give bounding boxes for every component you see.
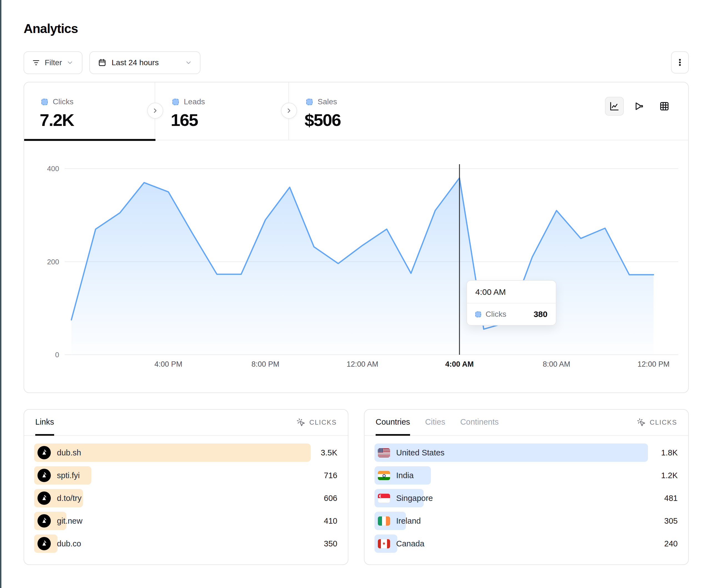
country-row[interactable]: Singapore 481 (374, 489, 678, 507)
singapore-flag-icon (378, 494, 390, 503)
filter-icon (32, 59, 40, 67)
more-options-button[interactable] (671, 51, 689, 73)
cursor-click-icon (637, 418, 646, 427)
dub-logo-icon (38, 537, 51, 550)
chevron-right-icon (152, 107, 159, 114)
expand-leads-button[interactable] (147, 103, 163, 119)
countries-panel: Countries Cities Continents CLICKS Unite… (364, 409, 689, 565)
analytics-card: Clicks 7.2K Leads 165 Sales $506 (24, 82, 689, 393)
tab-cities[interactable]: Cities (425, 410, 445, 436)
link-label: dub.co (57, 539, 81, 548)
leads-stat-value: 165 (171, 110, 288, 130)
country-row[interactable]: Ireland 305 (374, 512, 678, 530)
date-range-selector[interactable]: Last 24 hours (89, 51, 200, 74)
link-clicks-value: 606 (324, 494, 338, 503)
line-chart-icon (609, 101, 620, 112)
grid-icon (659, 101, 670, 112)
sidebar-edge (0, 0, 1, 588)
svg-text:4:00 AM: 4:00 AM (445, 360, 474, 368)
stat-tabs-row: Clicks 7.2K Leads 165 Sales $506 (24, 82, 688, 140)
clicks-time-series-chart[interactable]: 02004004:00 PM8:00 PM12:00 AM4:00 AM8:00… (24, 156, 688, 375)
stat-tab-clicks[interactable]: Clicks 7.2K (24, 82, 155, 140)
country-row[interactable]: India 1.2K (374, 466, 678, 484)
chevron-down-icon (66, 59, 73, 66)
country-row[interactable]: United States 1.8K (374, 444, 678, 462)
tooltip-series-label: Clicks (486, 310, 507, 319)
canada-flag-icon (378, 539, 390, 548)
leads-legend-swatch (172, 99, 179, 105)
cursor-click-icon (297, 418, 305, 427)
tab-links[interactable]: Links (35, 410, 54, 436)
link-clicks-value: 3.5K (321, 448, 338, 457)
chart-type-switcher (605, 97, 674, 116)
tab-continents[interactable]: Continents (460, 410, 499, 436)
stat-tab-sales[interactable]: Sales $506 (289, 82, 688, 140)
tab-countries[interactable]: Countries (375, 410, 410, 436)
filter-button[interactable]: Filter (24, 51, 83, 74)
area-chart: 02004004:00 PM8:00 PM12:00 AM4:00 AM8:00… (24, 156, 688, 375)
kebab-menu-icon (675, 58, 685, 67)
countries-metric-label: CLICKS (650, 419, 677, 426)
link-clicks-value: 716 (324, 471, 338, 480)
ireland-flag-icon (378, 516, 390, 526)
links-panel: Links CLICKS dub.sh 3.5K spti.fyi (24, 409, 348, 565)
svg-text:0: 0 (55, 350, 59, 359)
sales-legend-swatch (306, 99, 313, 105)
link-row[interactable]: dub.sh 3.5K (34, 444, 338, 462)
svg-text:400: 400 (47, 164, 59, 173)
funnel-icon (634, 101, 645, 112)
link-row[interactable]: d.to/try 606 (34, 489, 338, 507)
funnel-view-button[interactable] (630, 97, 649, 116)
svg-text:200: 200 (47, 258, 59, 266)
country-label: Ireland (396, 516, 421, 526)
link-clicks-value: 350 (324, 539, 338, 548)
dub-logo-icon (38, 446, 51, 459)
table-view-button[interactable] (655, 97, 674, 116)
link-row[interactable]: spti.fyi 716 (34, 466, 338, 484)
calendar-icon (98, 58, 107, 67)
link-label: spti.fyi (57, 471, 80, 480)
links-metric-toggle[interactable]: CLICKS (297, 418, 337, 427)
active-stat-tab-indicator (24, 139, 155, 141)
svg-text:4:00 PM: 4:00 PM (154, 360, 182, 368)
leads-stat-label: Leads (184, 97, 205, 106)
link-label: d.to/try (57, 494, 82, 503)
clicks-legend-swatch (41, 99, 48, 105)
country-clicks-value: 240 (664, 539, 678, 548)
expand-sales-button[interactable] (281, 103, 297, 119)
clicks-stat-value: 7.2K (40, 110, 155, 130)
country-label: Singapore (396, 494, 433, 503)
filter-button-label: Filter (45, 58, 62, 67)
clicks-stat-label: Clicks (53, 97, 73, 106)
link-label: git.new (57, 516, 83, 526)
dub-logo-icon (38, 469, 51, 482)
countries-list: United States 1.8K India 1.2K Singapore … (365, 436, 688, 553)
page-title: Analytics (24, 21, 78, 36)
svg-text:12:00 PM: 12:00 PM (638, 360, 670, 368)
svg-text:8:00 AM: 8:00 AM (543, 360, 570, 368)
india-flag-icon (378, 471, 390, 480)
country-clicks-value: 305 (664, 516, 678, 526)
line-chart-view-button[interactable] (605, 97, 624, 116)
sales-stat-label: Sales (318, 97, 337, 106)
date-range-label: Last 24 hours (112, 58, 159, 67)
tooltip-time: 4:00 AM (467, 281, 556, 303)
countries-panel-header: Countries Cities Continents CLICKS (365, 410, 688, 436)
chevron-right-icon (285, 107, 293, 114)
links-metric-label: CLICKS (309, 419, 337, 426)
dub-logo-icon (38, 514, 51, 527)
country-row[interactable]: Canada 240 (374, 535, 678, 553)
country-label: Canada (396, 539, 425, 548)
link-row[interactable]: dub.co 350 (34, 535, 338, 553)
links-list: dub.sh 3.5K spti.fyi 716 d.to/try 606 (24, 436, 348, 553)
link-label: dub.sh (57, 448, 81, 457)
countries-metric-toggle[interactable]: CLICKS (637, 418, 677, 427)
link-row[interactable]: git.new 410 (34, 512, 338, 530)
us-flag-icon (378, 448, 390, 457)
dub-logo-icon (38, 492, 51, 505)
svg-text:12:00 AM: 12:00 AM (346, 360, 378, 368)
links-panel-header: Links CLICKS (24, 410, 348, 436)
country-clicks-value: 1.8K (661, 448, 678, 457)
stat-tab-leads[interactable]: Leads 165 (155, 82, 289, 140)
country-clicks-value: 481 (664, 494, 678, 503)
